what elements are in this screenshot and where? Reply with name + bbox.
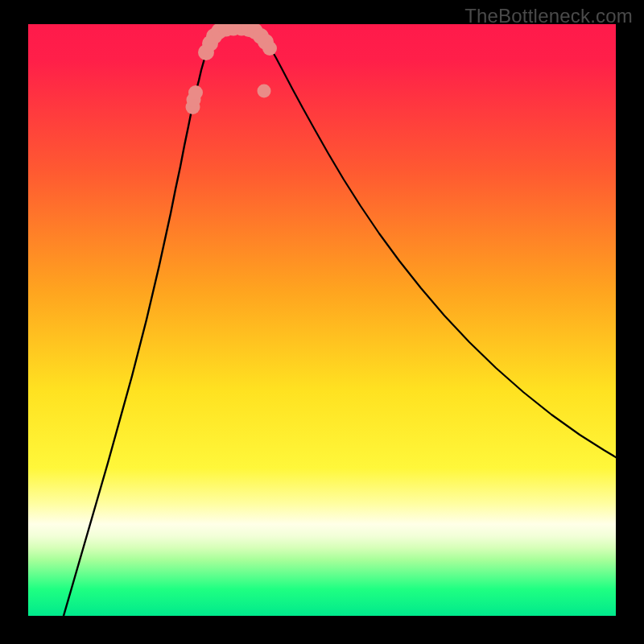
heat-gradient-bg: [28, 24, 616, 616]
bottleneck-chart: [28, 24, 616, 616]
chart-frame: TheBottleneck.com: [0, 0, 644, 644]
highlight-blob: [262, 41, 277, 56]
watermark-text: TheBottleneck.com: [464, 5, 633, 27]
plot-area: [28, 24, 616, 616]
highlight-blob: [258, 85, 271, 98]
highlight-blob: [188, 85, 203, 100]
